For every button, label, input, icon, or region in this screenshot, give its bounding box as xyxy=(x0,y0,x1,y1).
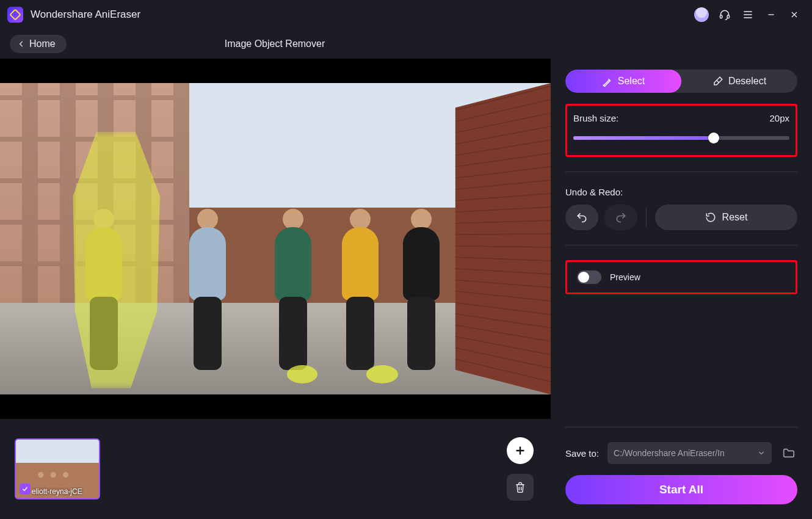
headset-icon xyxy=(719,9,731,21)
start-all-label: Start All xyxy=(659,483,703,496)
undo-button[interactable] xyxy=(565,205,598,230)
brush-size-value: 20px xyxy=(769,113,789,123)
window-close[interactable] xyxy=(784,4,805,25)
eraser-icon xyxy=(712,76,723,87)
home-label: Home xyxy=(29,38,56,49)
save-row: Save to: C:/Wondershare AniEraser/In xyxy=(565,442,797,464)
hamburger-icon xyxy=(742,9,754,21)
window-minimize[interactable] xyxy=(761,4,781,25)
slider-fill xyxy=(573,136,714,140)
minimize-icon xyxy=(766,10,776,20)
brush-size-label: Brush size: xyxy=(573,113,618,123)
thumbnail-strip: eliott-reyna-jCE xyxy=(0,419,551,519)
reset-button[interactable]: Reset xyxy=(655,205,797,230)
save-path-value: C:/Wondershare AniEraser/In xyxy=(614,448,725,458)
side-panel: Select Deselect Brush size: 20px Undo & … xyxy=(551,59,812,519)
mode-segment: Select Deselect xyxy=(565,70,797,93)
preview-label: Preview xyxy=(610,272,640,282)
mode-deselect-label: Deselect xyxy=(728,76,766,87)
preview-toggle[interactable] xyxy=(577,270,601,284)
app-name: Wondershare AniEraser xyxy=(31,9,140,21)
svg-rect-1 xyxy=(727,15,729,18)
chevron-down-icon xyxy=(757,449,766,457)
menu-button[interactable] xyxy=(738,4,758,25)
close-icon xyxy=(789,10,799,20)
toolbar: Home Image Object Remover xyxy=(0,29,812,59)
plus-icon xyxy=(513,444,527,457)
thumbnail-check[interactable] xyxy=(20,484,31,495)
thumbnail-item[interactable]: eliott-reyna-jCE xyxy=(15,438,100,499)
redo-button[interactable] xyxy=(604,205,637,230)
undo-icon xyxy=(576,211,588,223)
save-path-select[interactable]: C:/Wondershare AniEraser/In xyxy=(607,442,772,464)
add-image-button[interactable] xyxy=(507,437,534,464)
brush-icon xyxy=(602,76,613,87)
brush-size-highlight: Brush size: 20px xyxy=(565,104,797,157)
slider-knob[interactable] xyxy=(708,132,719,143)
workspace: eliott-reyna-jCE xyxy=(0,59,551,519)
reset-icon xyxy=(705,212,716,223)
redo-icon xyxy=(615,211,627,223)
mode-select-label: Select xyxy=(618,76,645,87)
canvas-area[interactable] xyxy=(0,59,551,419)
save-to-label: Save to: xyxy=(565,448,599,459)
mode-select[interactable]: Select xyxy=(565,70,681,93)
page-title: Image Object Remover xyxy=(0,38,549,49)
titlebar: Wondershare AniEraser xyxy=(0,0,812,29)
check-icon xyxy=(21,485,29,493)
undo-redo-label: Undo & Redo: xyxy=(565,187,797,197)
avatar-button[interactable] xyxy=(691,4,712,25)
app-logo xyxy=(7,7,23,23)
support-button[interactable] xyxy=(714,4,735,25)
selection-spot xyxy=(366,365,398,383)
trash-icon xyxy=(514,481,526,493)
home-button[interactable]: Home xyxy=(10,35,67,53)
svg-rect-0 xyxy=(720,15,722,18)
thumbnail-filename: eliott-reyna-jCE xyxy=(32,487,96,496)
avatar-icon xyxy=(694,7,709,22)
undo-redo-row: Reset xyxy=(565,205,797,230)
delete-image-button[interactable] xyxy=(507,474,534,501)
brush-size-slider[interactable] xyxy=(573,132,789,144)
reset-label: Reset xyxy=(722,212,748,223)
folder-icon xyxy=(782,446,796,460)
canvas-image xyxy=(0,83,551,394)
browse-folder-button[interactable] xyxy=(780,445,797,462)
chevron-left-icon xyxy=(17,40,26,48)
mode-deselect[interactable]: Deselect xyxy=(681,70,797,93)
selection-spot xyxy=(287,365,317,383)
start-all-button[interactable]: Start All xyxy=(565,475,797,504)
preview-highlight: Preview xyxy=(565,260,797,294)
